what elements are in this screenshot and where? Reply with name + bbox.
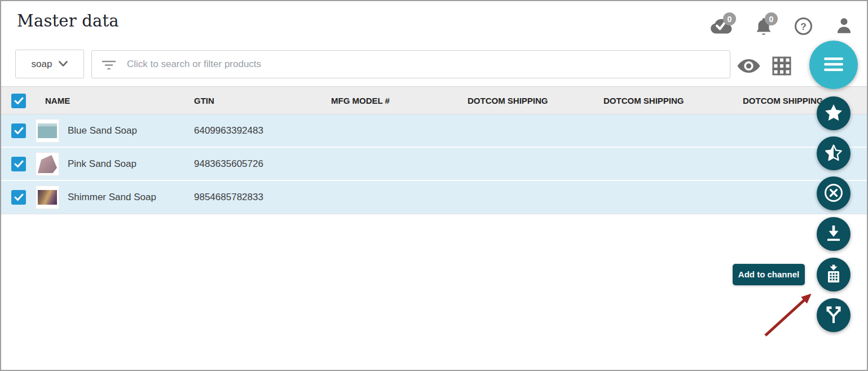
partial-favorite-button[interactable] (817, 136, 851, 170)
chevron-down-icon (59, 59, 68, 70)
favorite-button[interactable] (817, 96, 851, 130)
list-selector-dropdown[interactable]: soap (15, 50, 84, 78)
help-button[interactable]: ? (794, 17, 813, 38)
circle-x-icon (824, 183, 843, 204)
preview-button[interactable] (736, 56, 761, 77)
row-checkbox[interactable] (11, 190, 26, 205)
eye-icon (736, 69, 761, 77)
grid-icon (772, 69, 792, 78)
download-button[interactable] (817, 217, 851, 251)
add-to-channel-button[interactable] (817, 258, 851, 292)
page-title: Master data (17, 11, 119, 30)
column-header-dotcom-shipping-1[interactable]: DOTCOM SHIPPING (468, 87, 548, 114)
list-selector-value: soap (32, 59, 52, 70)
select-all-checkbox[interactable] (11, 94, 26, 108)
notifications-badge: 0 (765, 12, 778, 25)
bell-icon (755, 28, 773, 38)
grid-view-button[interactable] (772, 56, 792, 78)
product-gtin: 9854685782833 (194, 181, 263, 214)
search-input[interactable] (91, 50, 730, 78)
table-row[interactable]: Blue Sand Soap 6409963392483 (1, 114, 867, 148)
column-header-mfg-model[interactable]: MFG MODEL # (331, 87, 390, 114)
product-name-link[interactable]: Blue Sand Soap (68, 114, 137, 147)
column-header-dotcom-shipping-2[interactable]: DOTCOM SHIPPING (603, 87, 684, 114)
sync-status-button[interactable]: 0 (710, 17, 733, 37)
product-gtin: 6409963392483 (194, 114, 263, 147)
product-name-link[interactable]: Pink Sand Soap (68, 148, 136, 180)
star-filled-icon (824, 104, 843, 123)
table-header-row: NAME GTIN MFG MODEL # DOTCOM SHIPPING DO… (1, 86, 867, 114)
checkmark-icon (14, 127, 24, 135)
column-header-gtin[interactable]: GTIN (194, 87, 214, 114)
profile-button[interactable] (835, 17, 853, 36)
annotation-arrow (754, 286, 819, 342)
add-to-channel-tooltip: Add to channel (733, 264, 805, 285)
split-arrows-icon (824, 305, 843, 326)
checkmark-icon (14, 97, 24, 105)
menu-fab-button[interactable] (809, 41, 858, 89)
product-name-link[interactable]: Shimmer Sand Soap (68, 181, 156, 214)
question-mark-icon: ? (794, 28, 813, 37)
column-header-dotcom-shipping-3[interactable]: DOTCOM SHIPPING (743, 87, 823, 114)
sync-badge: 0 (723, 12, 736, 25)
table-row[interactable]: Shimmer Sand Soap 9854685782833 (1, 181, 867, 214)
row-checkbox[interactable] (11, 157, 26, 171)
download-icon (825, 224, 842, 244)
cloud-check-icon (710, 26, 733, 36)
row-checkbox[interactable] (11, 123, 26, 138)
split-workflow-button[interactable] (817, 298, 851, 332)
product-thumbnail (36, 186, 59, 209)
hamburger-menu-icon (822, 57, 845, 73)
remove-button[interactable] (817, 176, 851, 210)
table-row[interactable]: Pink Sand Soap 9483635605726 (1, 148, 867, 181)
svg-text:?: ? (800, 21, 806, 32)
master-data-page: Master data 0 0 ? (0, 0, 868, 371)
product-gtin: 9483635605726 (194, 148, 263, 180)
products-table: NAME GTIN MFG MODEL # DOTCOM SHIPPING DO… (1, 86, 867, 214)
checkmark-icon (14, 193, 24, 201)
column-header-name[interactable]: NAME (45, 87, 70, 114)
star-half-icon (824, 144, 843, 164)
product-thumbnail (36, 153, 59, 175)
checkmark-icon (14, 160, 24, 168)
notifications-button[interactable]: 0 (755, 17, 773, 38)
product-thumbnail (36, 120, 59, 142)
add-to-channel-icon (825, 264, 842, 285)
person-icon (835, 26, 853, 36)
